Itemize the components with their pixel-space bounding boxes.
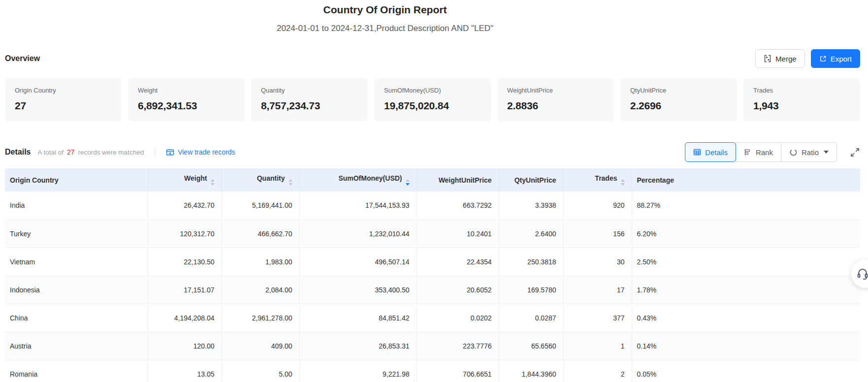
table-cell: 65.6560 xyxy=(499,332,563,360)
table-row: India26,432.705,169,441.0017,544,153.936… xyxy=(5,191,860,220)
table-cell: 1 xyxy=(563,332,632,360)
column-header-quantity[interactable]: Quantity xyxy=(222,168,299,191)
export-button-label: Export xyxy=(831,55,852,63)
export-button[interactable]: Export xyxy=(811,49,860,68)
column-label: Quantity xyxy=(257,174,285,182)
table-cell: 6.20% xyxy=(632,220,860,248)
stat-card: Trades 1,943 xyxy=(743,78,860,122)
match-summary-suffix: records were matched xyxy=(78,149,144,156)
overview-heading: Overview xyxy=(5,54,40,63)
sort-control[interactable] xyxy=(621,179,625,186)
tab-details-label: Details xyxy=(705,148,728,157)
column-label: Trades xyxy=(595,174,617,182)
tab-rank-label: Rank xyxy=(756,148,773,157)
headset-icon xyxy=(856,267,868,280)
table-cell: China xyxy=(5,304,148,332)
merge-button[interactable]: Merge xyxy=(755,49,805,68)
column-label: Weight xyxy=(184,174,207,182)
stat-card-label: WeightUnitPrice xyxy=(507,87,604,95)
table-cell: 22,130.50 xyxy=(148,248,222,276)
table-cell: 88.27% xyxy=(632,191,860,220)
report-header: Country Of Origin Report 2024-01-01 to 2… xyxy=(0,0,770,34)
table-row: Turkey120,312.70466,662.701,232,010.4410… xyxy=(5,220,860,248)
stat-card-label: Quantity xyxy=(261,87,358,95)
match-count: 27 xyxy=(67,148,75,156)
table-cell: 120.00 xyxy=(148,332,222,360)
details-toolbar: Details A total of 27 records were match… xyxy=(5,142,860,162)
column-header-sumofmoney-usd-[interactable]: SumOfMoney(USD) xyxy=(299,168,417,191)
table-cell: 17,151.07 xyxy=(148,276,222,304)
overview-actions: Merge Export xyxy=(755,49,860,68)
column-header-origin-country: Origin Country xyxy=(5,168,148,191)
stat-card: Origin Country 27 xyxy=(5,78,122,122)
table-cell: 26,432.70 xyxy=(148,191,222,220)
table-cell: Romania xyxy=(5,360,148,382)
table-cell: 223.7776 xyxy=(417,332,499,360)
tab-details[interactable]: Details xyxy=(685,142,736,162)
table-cell: 496,507.14 xyxy=(299,248,417,276)
table-cell: 409.00 xyxy=(222,332,299,360)
sort-control[interactable] xyxy=(289,179,292,186)
tab-ratio[interactable]: Ratio xyxy=(781,142,837,162)
merge-cells-icon xyxy=(764,55,772,63)
table-cell: 2,084.00 xyxy=(222,276,299,304)
table-cell: 30 xyxy=(563,248,632,276)
page-title: Country Of Origin Report xyxy=(0,3,770,17)
table-cell: 1,844.3960 xyxy=(499,360,563,382)
table-row: Vietnam22,130.501,983.00496,507.1422.435… xyxy=(5,248,860,276)
table-cell: 466,662.70 xyxy=(222,220,299,248)
table-cell: 13.05 xyxy=(148,360,222,382)
table-cell: 17,544,153.93 xyxy=(299,191,417,220)
stat-card-label: Weight xyxy=(138,87,235,95)
table-row: Austria120.00409.0026,853.31223.777665.6… xyxy=(5,332,860,360)
match-summary: A total of 27 records were matched xyxy=(37,148,144,156)
ratio-pie-icon xyxy=(789,148,798,157)
fullscreen-button[interactable] xyxy=(850,147,860,158)
column-label: QtyUnitPrice xyxy=(514,176,556,184)
tab-rank[interactable]: Rank xyxy=(736,142,781,162)
stat-card: WeightUnitPrice 2.8836 xyxy=(497,78,614,122)
table-row: Indonesia17,151.072,084.00353,400.5020.6… xyxy=(5,276,860,304)
column-label: Percentage xyxy=(637,176,674,184)
table-cell: 3.3938 xyxy=(499,191,563,220)
table-cell: 0.14% xyxy=(632,332,860,360)
table-cell: 0.0287 xyxy=(499,304,563,332)
stat-card-value: 6,892,341.53 xyxy=(138,100,235,112)
table-cell: 1,983.00 xyxy=(222,248,299,276)
table-cell: 10.2401 xyxy=(417,220,499,248)
column-header-qtyunitprice: QtyUnitPrice xyxy=(499,168,563,191)
sort-control[interactable] xyxy=(406,179,410,186)
column-label: SumOfMoney(USD) xyxy=(338,174,402,182)
summary-divider xyxy=(155,148,155,156)
sort-asc-icon xyxy=(211,179,215,182)
stat-card-value: 2.2696 xyxy=(630,100,727,112)
table-cell: 4,194,208.04 xyxy=(148,304,222,332)
merge-button-label: Merge xyxy=(775,55,797,63)
tab-ratio-label: Ratio xyxy=(802,148,819,157)
stat-card-label: Origin Country xyxy=(15,87,112,95)
stat-card: Weight 6,892,341.53 xyxy=(128,78,245,122)
column-header-percentage: Percentage xyxy=(632,168,860,191)
details-summary: Details A total of 27 records were match… xyxy=(5,148,235,157)
table-cell: Indonesia xyxy=(5,276,148,304)
table-row: China4,194,208.042,961,278.0084,851.420.… xyxy=(5,304,860,332)
view-switcher: Details Rank Ratio xyxy=(685,142,860,162)
column-header-weight[interactable]: Weight xyxy=(148,168,222,191)
table-cell: 2.6400 xyxy=(499,220,563,248)
overview-toolbar: Overview Merge Export xyxy=(5,49,860,68)
stat-card: QtyUnitPrice 2.2696 xyxy=(620,78,737,122)
table-cell: 0.0202 xyxy=(417,304,499,332)
column-header-trades[interactable]: Trades xyxy=(563,168,632,191)
stat-card-label: QtyUnitPrice xyxy=(630,87,727,95)
table-cell: 353,400.50 xyxy=(299,276,417,304)
table-cell: 663.7292 xyxy=(417,191,499,220)
sort-asc-icon xyxy=(621,179,625,182)
stat-card-label: SumOfMoney(USD) xyxy=(384,87,481,95)
sort-control[interactable] xyxy=(211,179,215,186)
stat-card-value: 1,943 xyxy=(753,100,850,112)
table-cell: Turkey xyxy=(5,220,148,248)
view-trade-records-link[interactable]: View trade records xyxy=(166,148,235,157)
stat-card-label: Trades xyxy=(753,87,850,95)
table-cell: 120,312.70 xyxy=(148,220,222,248)
column-label: WeightUnitPrice xyxy=(439,176,492,184)
